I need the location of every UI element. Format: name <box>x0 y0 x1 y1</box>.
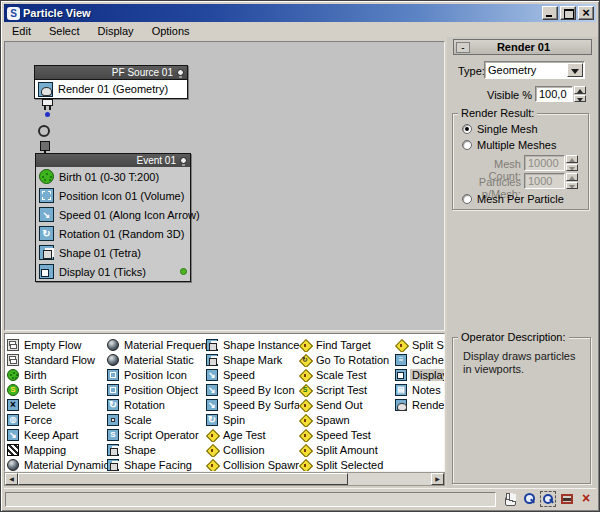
zoom-tool-icon[interactable] <box>521 491 537 507</box>
close-button[interactable] <box>578 6 594 20</box>
event-display-canvas[interactable]: PF Source 01 Render 01 (Geometry) Event … <box>4 41 445 331</box>
menu-options[interactable]: Options <box>150 24 192 38</box>
spinner-up-icon[interactable] <box>566 155 578 163</box>
depot-item-spin[interactable]: ↻Spin <box>206 412 299 427</box>
depot-item-position-icon[interactable]: Position Icon <box>107 367 206 382</box>
action-row[interactable]: ↻Rotation 01 (Random 3D) <box>36 224 190 243</box>
depot-item-script-test[interactable]: SScript Test <box>299 382 395 397</box>
depot-item-scale-test[interactable]: Scale Test <box>299 367 395 382</box>
multiple-meshes-radio[interactable]: Multiple Meshes <box>462 139 556 151</box>
region-zoom-tool-icon[interactable] <box>540 491 556 507</box>
depot-item-speed-test[interactable]: Speed Test <box>299 427 395 442</box>
action-row[interactable]: Birth 01 (0-30 T:200) <box>36 167 190 186</box>
depot-item-speed[interactable]: ↘Speed <box>206 367 299 382</box>
event-node[interactable]: Event 01 Birth 01 (0-30 T:200)Position I… <box>35 153 191 282</box>
depot-item-keep-apart[interactable]: ↘Keep Apart <box>7 427 107 442</box>
depot-item-notes[interactable]: ▤Notes <box>395 382 445 397</box>
chevron-down-icon[interactable] <box>567 63 583 77</box>
spinner-up-icon[interactable] <box>566 173 578 181</box>
spinner-down-icon[interactable] <box>566 182 578 190</box>
depot-item-shape[interactable]: Shape <box>107 442 206 457</box>
depot-item-position-object[interactable]: Position Object <box>107 382 206 397</box>
depot-item-mapping[interactable]: Mapping <box>7 442 107 457</box>
rollout-collapse-button[interactable]: - <box>456 42 470 53</box>
spinner-down-icon[interactable] <box>566 164 578 172</box>
depot-item-speed-by-icon[interactable]: ↘Speed By Icon <box>206 382 299 397</box>
render-rollout-header[interactable]: - Render 01 <box>453 39 592 55</box>
depot-item-shape-facing[interactable]: Shape Facing <box>107 457 206 472</box>
action-row[interactable]: Render 01 (Geometry) <box>35 79 187 98</box>
depot-item-label: Find Target <box>314 339 373 351</box>
spinner-up-icon[interactable] <box>574 86 586 94</box>
depot-item-split-sou[interactable]: Split Sou <box>395 337 445 352</box>
depot-item-shape-instance[interactable]: Shape Instance <box>206 337 299 352</box>
depot-item-rotation[interactable]: ↻Rotation <box>107 397 206 412</box>
action-row[interactable]: Display 01 (Ticks) <box>36 262 190 281</box>
single-mesh-radio[interactable]: Single Mesh <box>462 123 538 135</box>
minimize-button[interactable] <box>542 6 558 20</box>
radio-icon[interactable] <box>462 194 472 204</box>
depot-item-shape-mark[interactable]: Shape Mark <box>206 352 299 367</box>
scroll-left-icon[interactable]: ◀ <box>5 473 18 485</box>
pan-tool-icon[interactable] <box>502 491 518 507</box>
depot-item-script-operator[interactable]: SScript Operator <box>107 427 206 442</box>
depot-item-force[interactable]: ◎Force <box>7 412 107 427</box>
depot[interactable]: Empty FlowStandard FlowBirthSBirth Scrip… <box>4 333 445 472</box>
visible-percent-field[interactable]: 100,0 <box>535 86 573 102</box>
depot-item-material-static[interactable]: Material Static <box>107 352 206 367</box>
no-zoom-tool-icon[interactable]: × <box>578 491 594 507</box>
zoom-extents-tool-icon[interactable] <box>559 491 575 507</box>
depot-item-collision-spawn[interactable]: Collision Spawn <box>206 457 299 472</box>
depot-item-display[interactable]: Display <box>395 367 445 382</box>
menu-select[interactable]: Select <box>47 24 82 38</box>
mesh-per-particle-radio[interactable]: Mesh Per Particle <box>462 193 564 205</box>
depot-item-speed-by-surface[interactable]: ↘Speed By Surface <box>206 397 299 412</box>
enable-bulb-icon[interactable] <box>180 157 187 164</box>
spinner-down-icon[interactable] <box>574 95 586 103</box>
particles-per-mesh-field[interactable]: 1000 <box>524 173 565 189</box>
pf-source-node[interactable]: PF Source 01 Render 01 (Geometry) <box>34 65 188 99</box>
pf-source-output-socket[interactable] <box>42 99 53 106</box>
depot-item-birth[interactable]: Birth <box>7 367 107 382</box>
visible-percent-spinner[interactable] <box>574 86 586 102</box>
event-header[interactable]: Event 01 <box>36 154 190 167</box>
depot-item-collision[interactable]: Collision <box>206 442 299 457</box>
scroll-right-icon[interactable]: ▶ <box>431 473 444 485</box>
depot-item-find-target[interactable]: Find Target <box>299 337 395 352</box>
depot-item-age-test[interactable]: Age Test <box>206 427 299 442</box>
mesh-count-spinner[interactable] <box>566 155 578 171</box>
depot-item-spawn[interactable]: Spawn <box>299 412 395 427</box>
depot-item-scale[interactable]: Scale <box>107 412 206 427</box>
depot-item-delete[interactable]: ×Delete <box>7 397 107 412</box>
depot-item-cache[interactable]: ≡Cache <box>395 352 445 367</box>
depot-item-empty-flow[interactable]: Empty Flow <box>7 337 107 352</box>
depot-item-render[interactable]: Render <box>395 397 445 412</box>
menu-display[interactable]: Display <box>96 24 136 38</box>
depot-item-split-amount[interactable]: Split Amount <box>299 442 395 457</box>
action-row[interactable]: Shape 01 (Tetra) <box>36 243 190 262</box>
depot-item-split-selected[interactable]: Split Selected <box>299 457 395 472</box>
action-row[interactable]: Position Icon 01 (Volume) <box>36 186 190 205</box>
pf-source-header[interactable]: PF Source 01 <box>35 66 187 79</box>
depot-item-standard-flow[interactable]: Standard Flow <box>7 352 107 367</box>
type-dropdown[interactable]: Geometry <box>484 61 585 79</box>
depot-item-birth-script[interactable]: SBirth Script <box>7 382 107 397</box>
menu-edit[interactable]: Edit <box>10 24 33 38</box>
mesh-count-field[interactable]: 10000 <box>524 155 565 171</box>
title-bar[interactable]: S Particle View <box>4 4 596 22</box>
depot-item-material-frequency[interactable]: Material Frequency <box>107 337 206 352</box>
depot-horizontal-scrollbar[interactable]: ◀ ▶ <box>4 472 445 486</box>
radio-icon[interactable] <box>462 124 472 134</box>
action-label: Birth 01 (0-30 T:200) <box>59 171 159 183</box>
depot-item-material-dynamic[interactable]: Material Dynamic <box>7 457 107 472</box>
display-color-dot[interactable] <box>180 268 187 275</box>
event-input-ring[interactable] <box>38 125 50 137</box>
depot-item-send-out[interactable]: Send Out <box>299 397 395 412</box>
particles-per-mesh-spinner[interactable] <box>566 173 578 189</box>
maximize-button[interactable] <box>560 6 576 20</box>
enable-bulb-icon[interactable] <box>177 69 184 76</box>
radio-icon[interactable] <box>462 140 472 150</box>
scrollbar-thumb[interactable] <box>18 473 348 485</box>
action-row[interactable]: ↘Speed 01 (Along Icon Arrow) <box>36 205 190 224</box>
depot-item-go-to-rotation[interactable]: ↻Go To Rotation <box>299 352 395 367</box>
